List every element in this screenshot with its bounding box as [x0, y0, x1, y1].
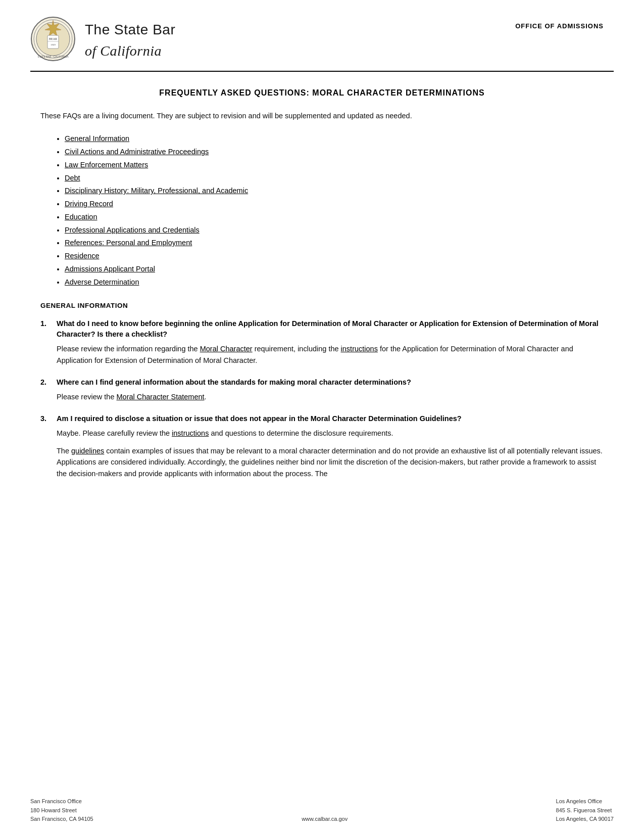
faq-question-1: What do I need to know before beginning …: [57, 318, 604, 341]
footer-address-la-street: 845 S. Figueroa Street: [556, 806, 614, 815]
state-bar-seal-icon: BEAR 1849 STATE BAR · CALIFORNIA: [30, 16, 76, 62]
instructions-link-1[interactable]: instructions: [341, 345, 378, 353]
header-title: The State Bar of California: [85, 19, 175, 62]
toc-link-portal[interactable]: Admissions Applicant Portal: [65, 265, 155, 273]
list-item: Disciplinary History: Military, Professi…: [65, 186, 604, 197]
faq-body-1: What do I need to know before beginning …: [57, 318, 604, 366]
svg-text:STATE BAR · CALIFORNIA: STATE BAR · CALIFORNIA: [37, 55, 69, 58]
page: BEAR 1849 STATE BAR · CALIFORNIA The Sta…: [0, 0, 644, 834]
footer-url: www.calbar.ca.gov: [302, 815, 348, 824]
toc-link-education[interactable]: Education: [65, 213, 97, 221]
list-item: Driving Record: [65, 199, 604, 210]
list-item: Adverse Determination: [65, 277, 604, 288]
faq-number-3: 3.: [40, 413, 52, 479]
intro-text: These FAQs are a living document. They a…: [40, 110, 604, 121]
footer-left: San Francisco Office 180 Howard Street S…: [30, 797, 93, 824]
faq-body-3: Am I required to disclose a situation or…: [57, 413, 604, 479]
toc-link-disciplinary[interactable]: Disciplinary History: Military, Professi…: [65, 187, 248, 195]
footer-center: www.calbar.ca.gov: [302, 815, 348, 824]
toc-link-adverse[interactable]: Adverse Determination: [65, 278, 139, 286]
toc-list: General Information Civil Actions and Ad…: [40, 133, 604, 288]
faq-item-2: 2. Where can I find general information …: [40, 377, 604, 402]
title-top: The State Bar: [85, 19, 175, 40]
list-item: Debt: [65, 173, 604, 184]
faq-list: 1. What do I need to know before beginni…: [40, 318, 604, 479]
faq-item-3: 3. Am I required to disclose a situation…: [40, 413, 604, 479]
faq-body-2: Where can I find general information abo…: [57, 377, 411, 402]
footer-address-sf-city: San Francisco, CA 94105: [30, 815, 93, 824]
section-heading-general: GENERAL INFORMATION: [40, 301, 604, 311]
toc-link-references[interactable]: References: Personal and Employment: [65, 239, 192, 247]
list-item: Professional Applications and Credential…: [65, 225, 604, 236]
toc-link-debt[interactable]: Debt: [65, 174, 80, 182]
footer: San Francisco Office 180 Howard Street S…: [0, 789, 644, 834]
header-left: BEAR 1849 STATE BAR · CALIFORNIA The Sta…: [30, 16, 175, 62]
list-item: Civil Actions and Administrative Proceed…: [65, 147, 604, 158]
footer-office-sf: San Francisco Office: [30, 797, 93, 806]
faq-number-1: 1.: [40, 318, 52, 366]
faq-answer-3: Maybe. Please carefully review the instr…: [57, 428, 604, 479]
toc-link-civil[interactable]: Civil Actions and Administrative Proceed…: [65, 148, 209, 156]
guidelines-link[interactable]: guidelines: [71, 447, 104, 455]
faq-answer-1: Please review the information regarding …: [57, 343, 604, 366]
footer-address-sf-street: 180 Howard Street: [30, 806, 93, 815]
list-item: Education: [65, 212, 604, 223]
svg-text:BEAR: BEAR: [49, 37, 57, 40]
faq-question-2: Where can I find general information abo…: [57, 377, 411, 388]
list-item: Residence: [65, 251, 604, 262]
footer-address-la-city: Los Angeles, CA 90017: [556, 815, 614, 824]
header: BEAR 1849 STATE BAR · CALIFORNIA The Sta…: [0, 0, 644, 62]
faq-number-2: 2.: [40, 377, 52, 402]
list-item: Law Enforcement Matters: [65, 160, 604, 171]
moral-character-link[interactable]: Moral Character: [200, 345, 253, 353]
toc-link-law[interactable]: Law Enforcement Matters: [65, 161, 148, 169]
moral-character-statement-link[interactable]: Moral Character Statement: [116, 393, 204, 401]
faq-answer-2: Please review the Moral Character Statem…: [57, 391, 411, 402]
faq-item-1: 1. What do I need to know before beginni…: [40, 318, 604, 366]
faq-question-3: Am I required to disclose a situation or…: [57, 413, 604, 425]
instructions-link-2[interactable]: instructions: [172, 429, 209, 437]
main-content: FREQUENTLY ASKED QUESTIONS: MORAL CHARAC…: [0, 72, 644, 789]
office-label: OFFICE OF ADMISSIONS: [515, 21, 604, 31]
list-item: Admissions Applicant Portal: [65, 264, 604, 275]
toc-link-residence[interactable]: Residence: [65, 252, 100, 260]
title-bottom: of California: [85, 40, 175, 62]
footer-office-la: Los Angeles Office: [556, 797, 614, 806]
list-item: References: Personal and Employment: [65, 238, 604, 249]
general-information-section: GENERAL INFORMATION 1. What do I need to…: [40, 301, 604, 479]
list-item: General Information: [65, 133, 604, 145]
toc-link-professional[interactable]: Professional Applications and Credential…: [65, 226, 200, 234]
page-title: FREQUENTLY ASKED QUESTIONS: MORAL CHARAC…: [40, 87, 604, 99]
toc-link-driving[interactable]: Driving Record: [65, 200, 113, 208]
footer-right: Los Angeles Office 845 S. Figueroa Stree…: [556, 797, 614, 824]
svg-text:1849: 1849: [51, 43, 56, 46]
toc-link-general[interactable]: General Information: [65, 134, 129, 143]
